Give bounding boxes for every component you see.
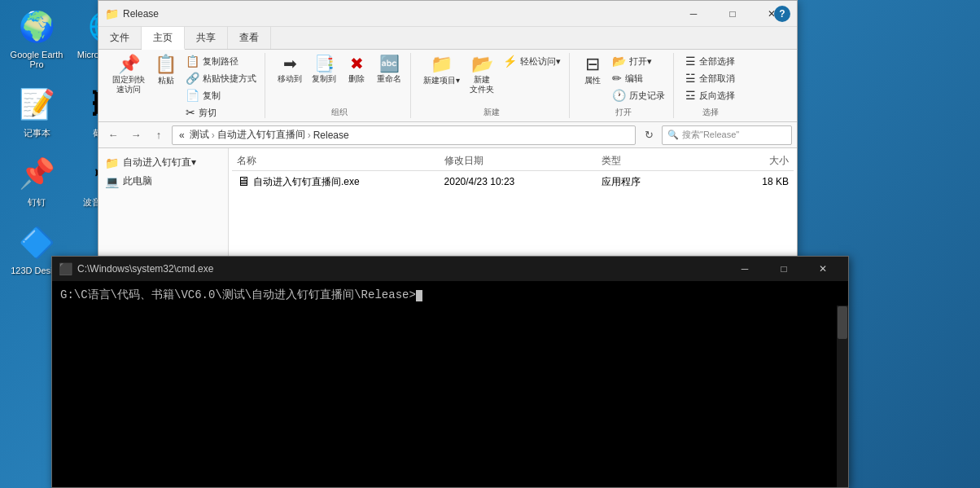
cmd-minimize-button[interactable]: ─ [726, 257, 763, 281]
copy-path-icon: 📋 [186, 55, 199, 68]
dingding-icon: 📌 [17, 154, 56, 193]
open-items: ⊟ 属性 📂 打开▾ ✏ 编辑 [578, 53, 668, 105]
ribbon-group-open: ⊟ 属性 📂 打开▾ ✏ 编辑 [573, 53, 674, 118]
cmd-prompt-text: G:\C语言\代码、书籍\VC6.0\测试\自动进入钉钉直播间\Release> [60, 288, 416, 301]
table-row[interactable]: 🖥 自动进入钉钉直播间.exe 2020/4/23 10:23 应用程序 18 … [232, 171, 794, 192]
123d-icon: 🔷 [17, 223, 56, 262]
path-part-2: 自动进入钉钉直播间 [217, 128, 305, 142]
desktop-icon-notepad[interactable]: 📝 记事本 [4, 81, 69, 143]
edit-button[interactable]: ✏ 编辑 [609, 70, 668, 86]
copy-to-button[interactable]: 📑 复制到 [308, 53, 340, 87]
search-placeholder: 搜索"Release" [682, 129, 739, 141]
open-icon: 📂 [612, 55, 626, 68]
col-header-size[interactable]: 大小 [709, 154, 789, 168]
new-items: 📁 新建项目▾ 📂 新建文件夹 ⚡ 轻松访问▾ [419, 53, 564, 105]
cmd-scrollbar-thumb[interactable] [838, 306, 847, 339]
back-button[interactable]: ← [103, 125, 123, 145]
explorer-sidebar: 📁 自动进入钉钉直▾ 💻 此电脑 [98, 148, 229, 260]
cmd-maximize-button[interactable]: □ [765, 257, 803, 281]
new-label: 新建 [483, 107, 500, 118]
desktop-icon-google-earth[interactable]: 🌍 Google Earth Pro [4, 4, 69, 73]
maximize-button[interactable]: □ [714, 1, 751, 27]
new-folder-button[interactable]: 📂 新建文件夹 [466, 53, 498, 97]
ribbon: 文件 主页 共享 查看 ? 📌 固定到快速访问 [98, 27, 797, 122]
forward-button[interactable]: → [126, 125, 146, 145]
select-all-button[interactable]: ☰ 全部选择 [682, 53, 738, 69]
edit-icon: ✏ [612, 72, 622, 85]
explorer-titlebar: 📁 Release ─ □ ✕ [98, 1, 797, 27]
ribbon-group-select: ☰ 全部选择 ☱ 全部取消 ☲ 反向选择 [677, 53, 743, 118]
delete-icon: ✖ [350, 55, 364, 72]
col-header-name[interactable]: 名称 [237, 154, 436, 168]
pin-button[interactable]: 📌 固定到快速访问 [108, 53, 149, 97]
move-to-button[interactable]: ➡ 移动到 [273, 53, 306, 87]
explorer-title-text: Release [123, 8, 675, 20]
move-to-icon: ➡ [283, 55, 297, 72]
content-header: 名称 修改日期 类型 大小 [232, 152, 794, 171]
explorer-content: 名称 修改日期 类型 大小 🖥 自动进入钉钉直播间.exe 2020/4/23 … [229, 148, 797, 260]
rename-icon: 🔤 [379, 55, 400, 72]
file-date: 2020/4/23 10:23 [444, 176, 593, 187]
tab-view[interactable]: 查看 [228, 27, 271, 49]
delete-button[interactable]: ✖ 删除 [342, 53, 371, 87]
up-button[interactable]: ↑ [149, 125, 168, 145]
minimize-button[interactable]: ─ [675, 1, 712, 27]
file-name: 自动进入钉钉直播间.exe [253, 175, 360, 189]
search-box[interactable]: 🔍 搜索"Release" [662, 125, 792, 145]
tab-share[interactable]: 共享 [185, 27, 228, 49]
help-button[interactable]: ? [774, 6, 790, 22]
google-earth-icon: 🌍 [17, 7, 56, 46]
select-all-icon: ☰ [685, 55, 696, 68]
history-icon: 🕐 [612, 89, 626, 102]
path-part-1: 测试 [190, 128, 209, 142]
path-part-0: « [179, 130, 185, 141]
cmd-icon: ⬛ [59, 262, 72, 275]
col-header-type[interactable]: 类型 [602, 154, 701, 168]
properties-button[interactable]: ⊟ 属性 [578, 53, 607, 89]
copy-button[interactable]: 📄 复制 [182, 87, 260, 103]
address-path[interactable]: « 测试 › 自动进入钉钉直播间 › Release [172, 125, 636, 145]
history-button[interactable]: 🕐 历史记录 [609, 87, 668, 103]
ribbon-group-organize: ➡ 移动到 📑 复制到 ✖ 删除 🔤 重命名 [269, 53, 411, 118]
explorer-window: 📁 Release ─ □ ✕ 文件 主页 共享 查看 ? [98, 0, 798, 261]
this-pc-icon: 💻 [105, 175, 119, 188]
address-bar: ← → ↑ « 测试 › 自动进入钉钉直播间 › Release ↻ 🔍 搜索"… [98, 122, 797, 148]
ribbon-tabs: 文件 主页 共享 查看 ? [98, 27, 797, 50]
cmd-prompt-line: G:\C语言\代码、书籍\VC6.0\测试\自动进入钉钉直播间\Release> [60, 288, 840, 302]
easy-access-button[interactable]: ⚡ 轻松访问▾ [500, 53, 564, 69]
titlebar-buttons: ─ □ ✕ [675, 1, 790, 27]
sidebar-item-quick-access[interactable]: 📁 自动进入钉钉直▾ [98, 153, 228, 172]
file-size: 18 KB [709, 176, 789, 187]
rename-button[interactable]: 🔤 重命名 [373, 53, 405, 87]
dingding-label: 钉钉 [28, 196, 46, 209]
path-part-3: Release [313, 130, 349, 141]
select-label: 选择 [702, 107, 719, 118]
col-header-date[interactable]: 修改日期 [444, 154, 593, 168]
cmd-cursor [416, 290, 422, 301]
new-item-button[interactable]: 📁 新建项目▾ [419, 53, 464, 89]
cmd-close-button[interactable]: ✕ [804, 257, 842, 281]
copy-path-button[interactable]: 📋 复制路径 [182, 53, 260, 69]
organize-items: ➡ 移动到 📑 复制到 ✖ 删除 🔤 重命名 [273, 53, 405, 105]
explorer-title-icon: 📁 [105, 7, 118, 20]
refresh-button[interactable]: ↻ [639, 125, 658, 145]
paste-shortcut-icon: 🔗 [186, 72, 199, 85]
sidebar-item-this-pc[interactable]: 💻 此电脑 [98, 172, 228, 191]
tab-file[interactable]: 文件 [98, 27, 142, 49]
easy-access-icon: ⚡ [503, 55, 517, 68]
invert-select-button[interactable]: ☲ 反向选择 [682, 87, 738, 103]
open-button[interactable]: 📂 打开▾ [609, 53, 668, 69]
deselect-all-button[interactable]: ☱ 全部取消 [682, 70, 738, 86]
desktop-icon-dingding[interactable]: 📌 钉钉 [4, 151, 69, 212]
cmd-scrollbar[interactable] [837, 306, 848, 487]
sidebar-item-label-this-pc: 此电脑 [123, 174, 152, 188]
explorer-main: 📁 自动进入钉钉直▾ 💻 此电脑 名称 修改日期 类型 大小 [98, 148, 797, 260]
cmd-body[interactable]: G:\C语言\代码、书籍\VC6.0\测试\自动进入钉钉直播间\Release> [52, 281, 848, 487]
tab-home[interactable]: 主页 [142, 27, 185, 50]
ribbon-group-clipboard: 📌 固定到快速访问 📋 粘贴 📋 [103, 53, 265, 118]
paste-button[interactable]: 📋 粘贴 [151, 53, 181, 89]
cmd-title-text: C:\Windows\system32\cmd.exe [77, 263, 726, 275]
pin-icon: 📌 [118, 55, 140, 73]
paste-shortcut-button[interactable]: 🔗 粘贴快捷方式 [182, 70, 260, 86]
cut-button[interactable]: ✂ 剪切 [182, 104, 260, 121]
